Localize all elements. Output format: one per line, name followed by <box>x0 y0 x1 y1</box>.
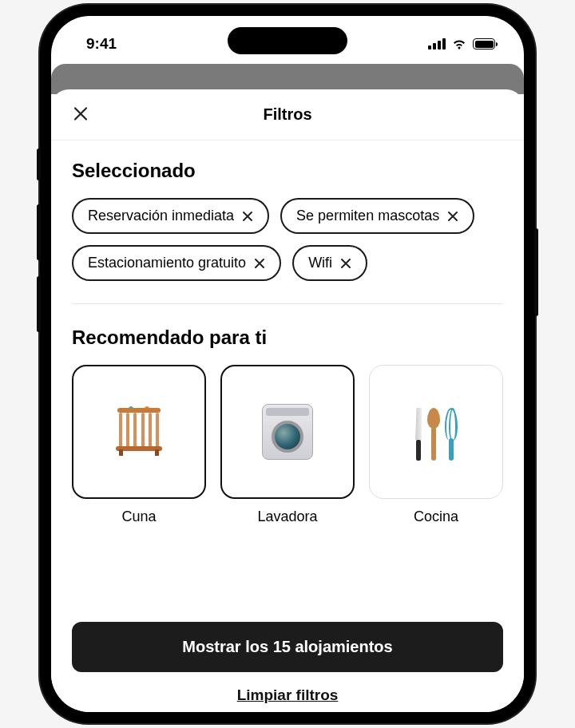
crib-icon <box>72 365 206 499</box>
side-button <box>37 148 41 180</box>
chip-instant-book[interactable]: Reservación inmediata <box>72 198 269 234</box>
volume-down-button <box>37 276 41 332</box>
chip-label: Se permiten mascotas <box>296 208 439 224</box>
sheet-title: Filtros <box>263 105 311 124</box>
selected-section-title: Seleccionado <box>72 160 503 182</box>
rec-card-washer[interactable]: Lavadora <box>220 365 355 525</box>
remove-chip-icon[interactable] <box>340 258 351 269</box>
volume-up-button <box>37 204 41 260</box>
kitchen-icon <box>369 365 503 499</box>
status-time: 9:41 <box>86 35 117 53</box>
power-button <box>534 228 538 316</box>
show-results-button[interactable]: Mostrar los 15 alojamientos <box>72 622 503 672</box>
clear-filters-link[interactable]: Limpiar filtros <box>72 686 503 704</box>
chip-label: Reservación inmediata <box>88 208 234 224</box>
recommended-row: Cuna Lavadora <box>72 365 503 525</box>
dynamic-island <box>228 27 347 54</box>
wifi-icon <box>451 38 467 49</box>
close-button[interactable] <box>70 103 91 126</box>
remove-chip-icon[interactable] <box>254 258 265 269</box>
chip-label: Wifi <box>308 255 332 271</box>
rec-label: Cuna <box>121 508 156 525</box>
sheet-footer: Mostrar los 15 alojamientos Limpiar filt… <box>51 607 524 712</box>
chip-free-parking[interactable]: Estacionamiento gratuito <box>72 245 281 281</box>
section-divider <box>72 303 503 304</box>
status-indicators <box>428 38 495 49</box>
rec-label: Cocina <box>414 508 458 525</box>
phone-frame: 9:41 Filtros <box>40 5 535 723</box>
sheet-header: Filtros <box>51 89 524 140</box>
close-icon <box>73 106 88 121</box>
remove-chip-icon[interactable] <box>447 211 458 222</box>
sheet-content: Seleccionado Reservación inmediata Se pe… <box>51 140 524 607</box>
washer-icon <box>220 365 355 499</box>
chip-pets-allowed[interactable]: Se permiten mascotas <box>280 198 474 234</box>
battery-icon <box>473 38 495 49</box>
chip-wifi[interactable]: Wifi <box>292 245 367 281</box>
recommended-section-title: Recomendado para ti <box>72 326 503 349</box>
rec-card-crib[interactable]: Cuna <box>72 365 206 525</box>
selected-chips: Reservación inmediata Se permiten mascot… <box>72 198 503 281</box>
cellular-signal-icon <box>428 38 446 49</box>
screen: 9:41 Filtros <box>51 16 524 712</box>
chip-label: Estacionamiento gratuito <box>88 255 246 271</box>
remove-chip-icon[interactable] <box>242 211 253 222</box>
rec-label: Lavadora <box>257 508 317 525</box>
rec-card-kitchen[interactable]: Cocina <box>369 365 503 525</box>
filters-sheet: Filtros Seleccionado Reservación inmedia… <box>51 89 524 712</box>
